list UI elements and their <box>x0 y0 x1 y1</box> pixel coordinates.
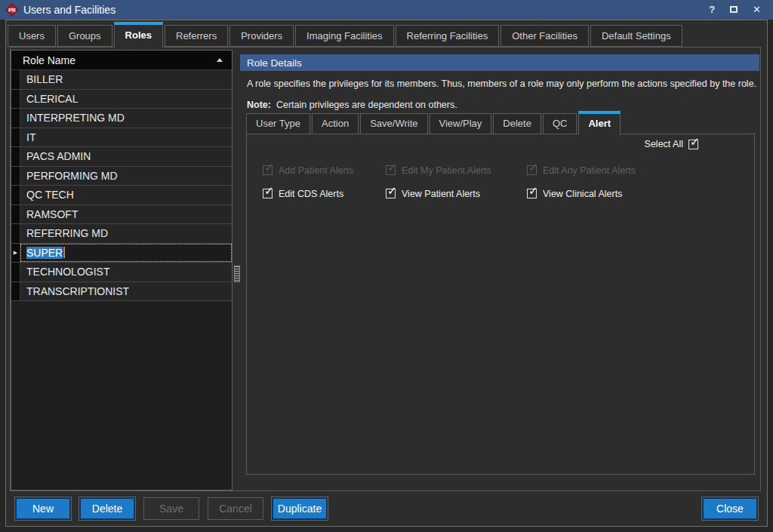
row-header-strip <box>11 167 20 186</box>
alert-tab-content: Select All ✓ ✓Add Patient Alerts✓Edit My… <box>246 134 755 475</box>
role-rows-container: BILLERCLERICALINTERPRETING MDITPACS ADMI… <box>11 70 232 301</box>
subtab-qc[interactable]: QC <box>543 113 577 134</box>
checkbox-add-patient-alerts: ✓ <box>263 165 273 175</box>
role-name-cell: CLERICAL <box>20 90 232 109</box>
text-caret <box>63 247 65 258</box>
tab-users[interactable]: Users <box>8 25 56 47</box>
row-header-strip <box>11 282 20 301</box>
close-button[interactable]: Close <box>702 497 758 520</box>
check-icon: ✓ <box>528 161 538 173</box>
role-row-super[interactable]: ▶SUPER <box>11 244 232 263</box>
row-header-strip <box>11 205 20 224</box>
row-header-strip <box>11 224 20 243</box>
role-name-cell: IT <box>20 128 232 147</box>
subtab-alert[interactable]: Alert <box>578 111 621 135</box>
row-pointer-icon: ▶ <box>14 250 17 255</box>
select-all-checkbox[interactable]: ✓ <box>688 140 698 149</box>
privilege-edit-my-patient-alerts: ✓Edit My Patient Alerts <box>386 165 527 176</box>
close-icon[interactable]: ✕ <box>753 5 761 15</box>
subtab-save-write[interactable]: Save/Write <box>360 113 427 134</box>
row-header-strip <box>11 128 20 147</box>
role-description-text: A role specifies the privileges for its … <box>247 78 759 89</box>
app-icon: PR <box>6 4 18 16</box>
maximize-icon[interactable] <box>730 5 738 15</box>
role-row-ramsoft[interactable]: RAMSOFT <box>11 205 232 225</box>
role-name-cell: INTERPRETING MD <box>20 109 232 128</box>
maximize-box <box>730 6 738 13</box>
row-header-strip <box>11 186 20 204</box>
delete-button[interactable]: Delete <box>79 497 135 520</box>
role-row-referring-md[interactable]: REFERRING MD <box>11 224 232 244</box>
role-row-clerical[interactable]: CLERICAL <box>11 90 232 109</box>
role-row-biller[interactable]: BILLER <box>11 70 232 90</box>
new-button[interactable]: New <box>15 497 71 520</box>
sort-ascending-icon <box>217 58 223 62</box>
row-header-strip <box>11 90 20 109</box>
tab-providers[interactable]: Providers <box>229 25 294 47</box>
subtab-view-play[interactable]: View/Play <box>430 113 492 134</box>
role-name-cell: TRANSCRIPTIONIST <box>20 282 232 301</box>
role-row-qc-tech[interactable]: QC TECH <box>11 186 232 205</box>
privilege-label: Edit My Patient Alerts <box>402 165 491 176</box>
check-icon: ✓ <box>264 161 274 173</box>
tab-default-settings[interactable]: Default Settings <box>590 25 682 47</box>
subtab-action[interactable]: Action <box>312 113 359 134</box>
tab-referrers[interactable]: Referrers <box>165 25 228 47</box>
privilege-edit-cds-alerts[interactable]: ✓Edit CDS Alerts <box>263 188 386 199</box>
row-header-strip <box>11 263 20 281</box>
role-name-cell: RAMSOFT <box>20 205 232 224</box>
role-name-cell: PERFORMING MD <box>20 167 232 186</box>
role-name-column-header[interactable]: Role Name <box>11 51 232 70</box>
splitter-grip[interactable] <box>234 266 240 282</box>
check-icon: ✓ <box>528 185 538 196</box>
privilege-view-patient-alerts[interactable]: ✓View Patient Alerts <box>386 188 527 199</box>
role-row-performing-md[interactable]: PERFORMING MD <box>11 167 232 186</box>
note-text: Certain privileges are dependent on othe… <box>276 100 457 110</box>
tab-other-facilities[interactable]: Other Facilities <box>500 25 589 47</box>
checkbox-edit-cds-alerts[interactable]: ✓ <box>263 189 273 198</box>
privilege-view-clinical-alerts[interactable]: ✓View Clinical Alerts <box>527 188 636 199</box>
role-note: Note:Certain privileges are dependent on… <box>247 100 759 110</box>
bottom-button-bar: NewDeleteSaveCancelDuplicate Close <box>6 491 767 526</box>
users-and-facilities-window: PR Users and Facilities ? ✕ UsersGroupsR… <box>0 0 773 532</box>
privilege-add-patient-alerts: ✓Add Patient Alerts <box>263 165 386 176</box>
tab-referring-facilities[interactable]: Referring Facilities <box>396 25 500 47</box>
role-name-cell: PACS ADMIN <box>20 147 232 166</box>
check-icon: ✓ <box>387 185 397 196</box>
role-name-cell: REFERRING MD <box>20 224 232 243</box>
roles-tab-page: Role Name BILLERCLERICALINTERPRETING MDI… <box>10 47 761 491</box>
role-description: A role specifies the privileges for its … <box>240 71 759 110</box>
role-name-cell: BILLER <box>20 70 232 89</box>
checkbox-view-patient-alerts[interactable]: ✓ <box>386 189 396 198</box>
tab-roles[interactable]: Roles <box>114 22 163 48</box>
role-name-header-label: Role Name <box>23 54 75 66</box>
row-header-strip <box>11 70 20 89</box>
role-name-cell: QC TECH <box>20 186 232 204</box>
role-list: Role Name BILLERCLERICALINTERPRETING MDI… <box>11 50 233 490</box>
role-row-pacs-admin[interactable]: PACS ADMIN <box>11 147 232 167</box>
tab-groups[interactable]: Groups <box>57 25 112 47</box>
privilege-label: Add Patient Alerts <box>279 165 353 176</box>
tab-imaging-facilities[interactable]: Imaging Facilities <box>295 25 393 47</box>
subtab-delete[interactable]: Delete <box>493 113 541 134</box>
role-details-title: Role Details <box>247 57 302 69</box>
client-area: UsersGroupsRolesReferrersProvidersImagin… <box>5 20 768 527</box>
role-row-it[interactable]: IT <box>11 128 232 148</box>
note-label: Note: <box>247 100 271 110</box>
duplicate-button[interactable]: Duplicate <box>272 497 328 520</box>
privilege-label: Edit CDS Alerts <box>279 189 343 199</box>
app-icon-label: PR <box>6 4 18 16</box>
row-header-strip <box>11 109 20 128</box>
role-row-technologist[interactable]: TECHNOLOGIST <box>11 263 232 282</box>
role-row-transcriptionist[interactable]: TRANSCRIPTIONIST <box>11 282 232 302</box>
select-all-control: Select All ✓ <box>645 139 698 149</box>
check-icon: ✓ <box>387 161 397 173</box>
help-icon[interactable]: ? <box>709 5 715 15</box>
window-controls: ? ✕ <box>709 5 767 15</box>
checkbox-view-clinical-alerts[interactable]: ✓ <box>527 189 537 198</box>
role-row-interpreting-md[interactable]: INTERPRETING MD <box>11 109 232 128</box>
subtab-user-type[interactable]: User Type <box>246 113 310 134</box>
privilege-label: View Patient Alerts <box>402 189 480 199</box>
role-name-cell: SUPER <box>20 244 232 263</box>
select-all-label: Select All <box>645 139 683 149</box>
